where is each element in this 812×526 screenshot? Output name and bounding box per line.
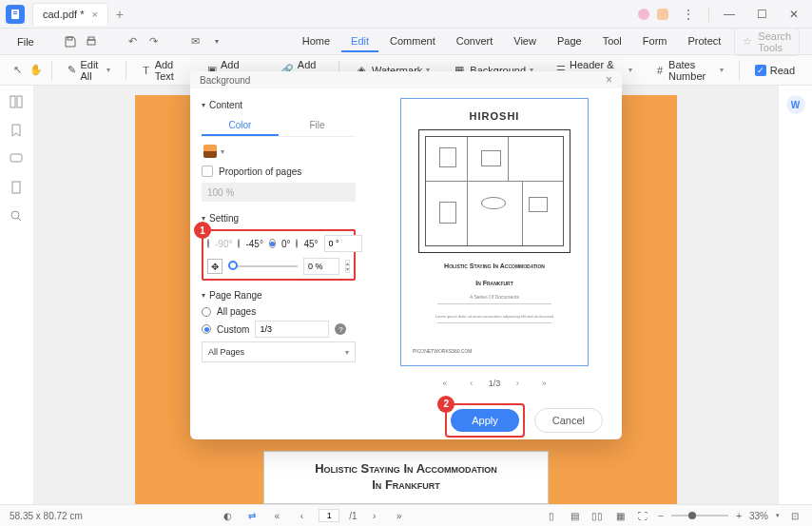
pager-prev-icon[interactable]: ‹ xyxy=(462,376,481,391)
angle-custom-input[interactable] xyxy=(324,235,362,252)
document-tab[interactable]: cad.pdf * × xyxy=(32,3,108,26)
proportion-input xyxy=(202,183,356,202)
page-number-input[interactable] xyxy=(319,509,339,522)
avatar-icon[interactable] xyxy=(638,9,649,20)
custom-range-radio[interactable] xyxy=(202,324,211,334)
dialog-preview-panel: HIROSHI xyxy=(367,88,622,400)
tab-close-icon[interactable]: × xyxy=(91,9,97,20)
attachments-icon[interactable] xyxy=(10,181,25,196)
view-single-icon[interactable]: ▯ xyxy=(544,508,559,523)
angle-45-radio[interactable] xyxy=(296,239,298,248)
print-icon[interactable] xyxy=(84,34,99,49)
email-caret-icon[interactable]: ▾ xyxy=(209,34,224,49)
opacity-icon[interactable]: ✥ xyxy=(207,259,222,274)
chevron-down-icon: ▾ xyxy=(221,147,224,156)
read-toggle[interactable]: ✓ Read xyxy=(747,62,802,79)
save-icon[interactable] xyxy=(63,34,78,49)
theme-icon[interactable]: ◐ xyxy=(220,508,235,523)
zoom-caret-icon[interactable]: ▾ xyxy=(776,512,780,519)
apply-button[interactable]: Apply xyxy=(451,409,519,432)
svg-rect-9 xyxy=(12,182,20,193)
menu-tool[interactable]: Tool xyxy=(593,31,631,52)
color-picker[interactable]: ▾ xyxy=(202,143,226,160)
redo-icon[interactable]: ↷ xyxy=(146,34,162,49)
file-menu[interactable]: File xyxy=(10,33,42,50)
pager-next-icon[interactable]: › xyxy=(508,376,527,391)
close-window-button[interactable]: ✕ xyxy=(782,4,806,25)
help-icon[interactable]: ? xyxy=(335,323,346,335)
svg-rect-2 xyxy=(13,13,17,14)
angle-n90-radio[interactable] xyxy=(207,239,209,248)
opacity-slider[interactable] xyxy=(228,265,298,267)
bates-number-button[interactable]: # Bates Number ▾ xyxy=(648,56,731,85)
cancel-button[interactable]: Cancel xyxy=(534,408,603,433)
opacity-spinner[interactable]: ▴▾ xyxy=(345,260,350,273)
angle-n45-radio[interactable] xyxy=(238,239,240,248)
content-section-header[interactable]: ▾ Content xyxy=(202,100,356,110)
bookmark-icon[interactable] xyxy=(10,124,25,139)
word-export-icon[interactable]: W xyxy=(786,95,805,114)
page-filter-select[interactable]: All Pages ▾ xyxy=(202,341,356,362)
proportion-checkbox[interactable] xyxy=(202,166,213,177)
edit-all-icon: ✎ xyxy=(68,64,77,77)
nav-next-icon[interactable]: › xyxy=(367,508,382,523)
file-tab[interactable]: File xyxy=(279,116,356,136)
search-tools-input[interactable]: ☆ Search Tools xyxy=(734,28,800,56)
add-text-button[interactable]: T Add Text xyxy=(133,56,191,85)
svg-point-10 xyxy=(11,211,19,219)
custom-range-input[interactable] xyxy=(255,321,329,338)
view-facing-icon[interactable]: ▯▯ xyxy=(590,508,605,523)
convert-icon[interactable]: ⇄ xyxy=(244,508,260,523)
opacity-input[interactable] xyxy=(303,258,339,275)
nav-first-icon[interactable]: « xyxy=(269,508,284,523)
fit-page-icon[interactable]: ⊡ xyxy=(787,508,802,523)
nav-prev-icon[interactable]: ‹ xyxy=(294,508,309,523)
menu-view[interactable]: View xyxy=(504,31,546,52)
collapse-icon: ▾ xyxy=(202,101,205,109)
menu-comment[interactable]: Comment xyxy=(380,31,445,52)
zoom-in-icon[interactable]: + xyxy=(736,511,742,521)
dialog-close-button[interactable]: × xyxy=(606,73,612,87)
comments-icon[interactable] xyxy=(10,152,25,167)
menu-page[interactable]: Page xyxy=(548,31,591,52)
thumbnails-icon[interactable] xyxy=(10,95,25,110)
view-facing-continuous-icon[interactable]: ▦ xyxy=(612,508,628,523)
setting-section-header[interactable]: ▾ Setting xyxy=(202,213,356,224)
fullscreen-icon[interactable]: ⛶ xyxy=(635,508,650,523)
kebab-menu-icon[interactable]: ⋮ xyxy=(676,4,701,25)
pointer-icon[interactable]: ↖ xyxy=(10,63,25,78)
edit-all-button[interactable]: ✎ Edit All ▾ xyxy=(60,56,118,85)
angle-0-radio[interactable] xyxy=(269,239,276,248)
minimize-button[interactable]: — xyxy=(717,4,742,25)
color-tab[interactable]: Color xyxy=(202,116,279,136)
pager-last-icon[interactable]: » xyxy=(534,376,553,391)
zoom-out-icon[interactable]: − xyxy=(658,511,664,521)
zoom-slider-thumb[interactable] xyxy=(688,512,696,519)
undo-icon[interactable]: ↶ xyxy=(126,34,141,49)
hand-icon[interactable]: ✋ xyxy=(29,63,44,78)
menu-form[interactable]: Form xyxy=(633,31,677,52)
menu-edit[interactable]: Edit xyxy=(341,31,378,52)
pager-first-icon[interactable]: « xyxy=(435,376,454,391)
opacity-slider-thumb[interactable] xyxy=(228,261,238,270)
zoom-slider[interactable] xyxy=(671,515,728,516)
menu-convert[interactable]: Convert xyxy=(447,31,503,52)
menu-home[interactable]: Home xyxy=(293,31,339,52)
angle-0-label: 0° xyxy=(281,239,291,249)
notification-icon[interactable] xyxy=(657,9,668,20)
zoom-value[interactable]: 33% xyxy=(749,511,768,521)
chevron-down-icon: ▾ xyxy=(720,66,724,74)
svg-rect-7 xyxy=(17,96,22,107)
email-icon[interactable]: ✉ xyxy=(188,34,203,49)
page-range-section-header[interactable]: ▾ Page Range xyxy=(202,290,356,301)
all-pages-radio[interactable] xyxy=(202,307,211,317)
dialog-title: Background xyxy=(200,75,250,86)
view-continuous-icon[interactable]: ▤ xyxy=(567,508,582,523)
angle-n90-label: -90° xyxy=(215,239,232,249)
menu-protect[interactable]: Protect xyxy=(678,31,730,52)
page-filter-label: All Pages xyxy=(208,347,244,357)
nav-last-icon[interactable]: » xyxy=(392,508,407,523)
new-tab-button[interactable]: + xyxy=(116,7,124,22)
search-panel-icon[interactable] xyxy=(10,209,25,224)
maximize-button[interactable]: ☐ xyxy=(749,4,774,25)
